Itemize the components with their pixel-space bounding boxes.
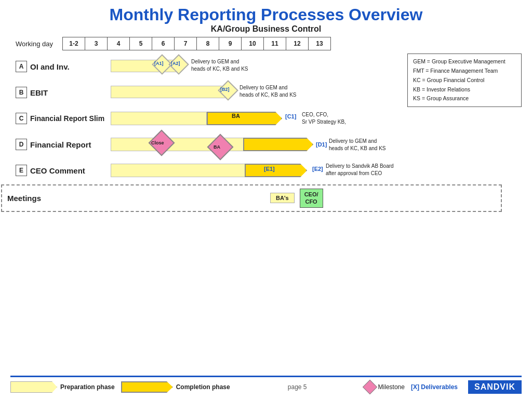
row-b-prep-bar	[111, 86, 233, 98]
day-box-11: 12	[286, 37, 309, 50]
row-d-timeline: Close BA [D1] Delivery to GEM andheads o…	[111, 132, 421, 156]
row-a-a2-label: [A2]	[171, 61, 180, 66]
row-c-c1-label: [C1]	[285, 113, 296, 119]
row-c-prep-bar	[111, 112, 207, 125]
milestone-legend-label: Milestone	[378, 383, 405, 391]
day-box-10: 11	[263, 37, 286, 50]
day-box-2: 3	[85, 37, 108, 50]
day-box-6: 7	[174, 37, 197, 50]
row-e-timeline: [E1] [E2] Delivery to Sandvik AB Boardaf…	[111, 160, 421, 181]
row-c: C Financial Report Slim BA [C1] CEO, CFO…	[16, 107, 522, 130]
row-d: D Financial Report Close BA [D1] Deliver…	[16, 132, 522, 156]
processes-area: GEM = Group Executive Management FMT = F…	[10, 54, 522, 375]
page-number: page 5	[288, 383, 307, 391]
legend-prep: Preparation phase	[10, 381, 115, 393]
comp-phase-swatch	[121, 381, 173, 393]
row-d-d1-label: [D1]	[316, 141, 327, 148]
bottom-bar: Preparation phase Completion phase page …	[10, 376, 522, 394]
row-d-prep-bar	[111, 138, 264, 151]
row-b-annotation: Delivery to GEM andheads of KC, KB and K…	[240, 84, 297, 99]
row-b-timeline: [B2] Delivery to GEM andheads of KC, KB …	[111, 83, 421, 102]
prep-phase-label: Preparation phase	[60, 383, 115, 391]
day-box-1: 1-2	[62, 37, 85, 50]
row-e-label: CEO Comment	[30, 166, 111, 175]
legend-deliverable: [X] Deliverables	[411, 383, 458, 391]
row-b: B EBIT [B2] Delivery to GEM andheads of …	[16, 81, 522, 104]
working-day-row: Working day 1-2 3 4 5 6 7 8 9 10 11 12 1…	[10, 37, 522, 50]
row-c-timeline: BA [C1] CEO, CFO,Sr VP Strategy KB,	[111, 108, 421, 129]
row-a-label: OI and Inv.	[30, 62, 111, 71]
row-e-annotation: Delivery to Sandvik AB Boardafter approv…	[326, 163, 394, 177]
row-e-e1-label: [E1]	[264, 166, 275, 172]
row-a: A OI and Inv. [A1] [A2] Delivery to GEM …	[16, 55, 522, 78]
comp-phase-label: Completion phase	[176, 383, 230, 391]
meetings-label: Meetings	[7, 194, 143, 203]
milestone-legend-icon	[362, 380, 377, 394]
row-b-b2-label: [B2]	[220, 87, 230, 92]
row-a-a1-label: [A1]	[154, 61, 164, 66]
day-box-12: 13	[308, 37, 331, 50]
day-box-8: 9	[219, 37, 242, 50]
row-e-prep-bar	[111, 164, 248, 177]
row-e-comp-bar	[245, 164, 307, 177]
prep-phase-swatch	[10, 381, 57, 393]
legend-milestone: Milestone	[365, 382, 405, 392]
row-b-letter: B	[16, 87, 27, 98]
row-d-label: Financial Report	[30, 140, 111, 149]
row-c-ba-badge: BA	[232, 113, 240, 119]
row-b-label: EBIT	[30, 88, 111, 97]
row-a-timeline: [A1] [A2] Delivery to GEM andheads of KC…	[111, 57, 421, 76]
row-a-letter: A	[16, 61, 27, 72]
day-box-9: 10	[241, 37, 264, 50]
row-d-letter: D	[16, 139, 27, 150]
sub-title: KA/Group Business Control	[10, 24, 522, 34]
page: Monthly Reporting Processes Overview KA/…	[0, 0, 532, 399]
meetings-bas-badge: BA's	[270, 193, 295, 203]
row-c-annotation: CEO, CFO,Sr VP Strategy KB,	[302, 111, 346, 126]
row-e-e2-label: [E2]	[312, 166, 323, 172]
row-d-annotation: Delivery to GEM andheads of KC, KB and K…	[329, 138, 386, 152]
sandvik-logo: SANDVIK	[468, 380, 522, 394]
row-c-letter: C	[16, 113, 27, 124]
working-day-label: Working day	[16, 40, 62, 48]
deliverable-legend-label: [X] Deliverables	[411, 383, 458, 391]
meetings-ceo-badge: CEO/CFO	[300, 189, 323, 208]
day-box-5: 6	[152, 37, 175, 50]
legend-comp: Completion phase	[121, 381, 230, 393]
meetings-row: Meetings BA's CEO/CFO	[1, 184, 502, 212]
day-box-7: 8	[196, 37, 219, 50]
row-e-letter: E	[16, 165, 27, 176]
day-boxes: 1-2 3 4 5 6 7 8 9 10 11 12 13	[62, 37, 331, 50]
row-c-label: Financial Report Slim	[30, 114, 111, 123]
row-d-comp-bar	[243, 138, 313, 151]
row-c-comp-bar	[207, 112, 282, 125]
row-d-close-label: Close	[151, 140, 164, 145]
row-e: E CEO Comment [E1] [E2] Delivery to Sand…	[16, 158, 522, 182]
day-box-3: 4	[107, 37, 130, 50]
row-d-ba-label: BA	[214, 144, 220, 150]
main-title: Monthly Reporting Processes Overview	[10, 5, 522, 24]
day-box-4: 5	[129, 37, 152, 50]
row-a-annotation: Delivery to GEM andheads of KC, KB and K…	[191, 58, 248, 73]
header: Monthly Reporting Processes Overview KA/…	[10, 5, 522, 34]
